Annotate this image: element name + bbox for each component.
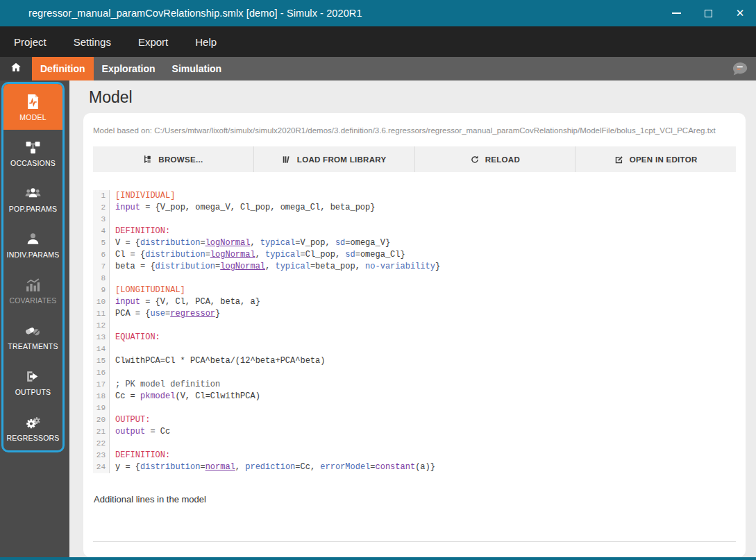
tab-bar-tabs: DefinitionExplorationSimulation [32, 57, 230, 80]
code-line: 21output = Cc [93, 426, 736, 438]
sidebar-item-model[interactable]: MODEL [3, 84, 62, 130]
code-line: 5V = {distribution=logNormal, typical=V_… [93, 237, 736, 249]
tab-exploration[interactable]: Exploration [94, 57, 164, 80]
code-line: 8 [93, 273, 736, 285]
code-line: 14 [93, 343, 736, 355]
additional-lines-label: Additional lines in the model [94, 494, 736, 504]
title-bar: regressor_manual_paramCovRelationship.sm… [0, 0, 756, 26]
line-number: 9 [93, 285, 110, 296]
individual-user-icon [24, 230, 42, 248]
code-line: 15ClwithPCA=Cl * PCA^beta/(12^beta+PCA^b… [93, 355, 736, 367]
maximize-button[interactable] [692, 0, 724, 26]
sidebar-item-label: OUTPUTS [15, 388, 51, 396]
code-line: 7beta = {distribution=logNormal, typical… [93, 261, 736, 273]
code-line: 13EQUATION: [93, 332, 736, 343]
occasions-nodes-icon [24, 138, 42, 156]
code-line: 19 [93, 402, 736, 414]
sidebar: MODELOCCASIONSPOP.PARAMSINDIV.PARAMSCOVA… [0, 80, 69, 557]
code-line-text: ClwithPCA=Cl * PCA^beta/(12^beta+PCA^bet… [110, 355, 325, 367]
sidebar-item-label: MODEL [19, 113, 46, 121]
line-number: 22 [93, 438, 110, 450]
code-line-text: V = {distribution=logNormal, typical=V_p… [110, 237, 390, 249]
code-line: 24y = {distribution=normal, prediction=C… [93, 461, 736, 473]
code-line-text: input = {V_pop, omega_V, Cl_pop, omega_C… [110, 202, 375, 214]
code-line: 23DEFINITION: [93, 450, 736, 461]
code-line: 1[INDIVIDUAL] [93, 190, 736, 202]
line-number: 13 [93, 332, 110, 343]
line-number: 15 [93, 355, 110, 367]
window-controls: ✕ [660, 0, 756, 26]
code-line-text [110, 367, 115, 379]
code-line-text: [LONGITUDINAL] [110, 285, 185, 296]
sidebar-item-regressors[interactable]: REGRESSORS [3, 405, 62, 450]
code-line: 10input = {V, Cl, PCA, beta, a} [93, 296, 736, 308]
load-from-library-button[interactable]: LOAD FROM LIBRARY [253, 146, 414, 172]
line-number: 3 [93, 214, 110, 226]
sidebar-item-label: OCCASIONS [10, 159, 56, 167]
card-divider [93, 541, 736, 542]
feedback-button[interactable] [730, 60, 749, 78]
line-number: 2 [93, 202, 110, 214]
line-number: 20 [93, 414, 110, 426]
code-line: 20OUTPUT: [93, 414, 736, 426]
open-in-editor-button[interactable]: OPEN IN EDITOR [575, 146, 736, 172]
line-number: 10 [93, 296, 110, 308]
minimize-button[interactable] [660, 0, 692, 26]
reload-button[interactable]: RELOAD [414, 146, 576, 172]
code-line-text: PCA = {use=regressor} [110, 308, 220, 320]
menu-item-project[interactable]: Project [14, 36, 47, 48]
chat-bubble-icon [730, 69, 749, 80]
simulx-logo-icon [6, 6, 22, 21]
tab-definition[interactable]: Definition [32, 57, 94, 80]
menu-item-settings[interactable]: Settings [74, 36, 111, 48]
code-line-text [110, 273, 115, 285]
outputs-export-icon [24, 367, 42, 385]
code-line-text: OUTPUT: [110, 414, 150, 426]
treatments-pills-icon [24, 321, 42, 339]
home-button[interactable] [0, 57, 32, 80]
line-number: 23 [93, 450, 110, 461]
code-line-text: EQUATION: [110, 332, 160, 343]
line-number: 14 [93, 343, 110, 355]
edit-icon [614, 155, 624, 164]
sidebar-item-label: TREATMENTS [8, 342, 58, 350]
code-line-text: y = {distribution=normal, prediction=Cc,… [110, 461, 435, 473]
close-button[interactable]: ✕ [724, 0, 756, 26]
maximize-icon [705, 10, 712, 17]
line-number: 11 [93, 308, 110, 320]
code-line: 4DEFINITION: [93, 226, 736, 237]
sidebar-item-indiv-params[interactable]: INDIV.PARAMS [3, 221, 62, 267]
regressors-gears-icon [24, 413, 42, 431]
code-line: 16 [93, 367, 736, 379]
line-number: 18 [93, 391, 110, 402]
sidebar-item-occasions[interactable]: OCCASIONS [3, 130, 62, 176]
sidebar-item-label: POP.PARAMS [9, 205, 57, 213]
sidebar-item-pop-params[interactable]: POP.PARAMS [3, 176, 62, 221]
sidebar-item-label: INDIV.PARAMS [7, 251, 60, 259]
model-toolbar: BROWSE...LOAD FROM LIBRARYRELOADOPEN IN … [93, 146, 736, 172]
tab-simulation[interactable]: Simulation [164, 57, 230, 80]
browse-button[interactable]: BROWSE... [93, 146, 253, 172]
sidebar-item-label: REGRESSORS [6, 434, 59, 442]
main-content: Model Model based on: C:/Users/mtwar/lix… [69, 80, 756, 557]
window-title: regressor_manual_paramCovRelationship.sm… [28, 8, 362, 19]
menu-item-help[interactable]: Help [195, 36, 217, 48]
line-number: 4 [93, 226, 110, 237]
reload-icon [470, 155, 480, 164]
menu-item-export[interactable]: Export [138, 36, 168, 48]
body-row: MODELOCCASIONSPOP.PARAMSINDIV.PARAMSCOVA… [0, 80, 756, 557]
model-path-text: Model based on: C:/Users/mtwar/lixoft/si… [93, 126, 736, 135]
code-line-text [110, 320, 115, 332]
code-line: 12 [93, 320, 736, 332]
close-icon: ✕ [736, 7, 745, 19]
toolbar-button-label: RELOAD [485, 155, 520, 164]
sidebar-item-treatments[interactable]: TREATMENTS [3, 313, 62, 359]
code-line: 18Cc = pkmodel(V, Cl=ClwithPCA) [93, 391, 736, 402]
code-line: 11PCA = {use=regressor} [93, 308, 736, 320]
covariates-chart-icon [24, 275, 42, 294]
code-line-text [110, 343, 115, 355]
sidebar-item-outputs[interactable]: OUTPUTS [3, 359, 62, 405]
model-card: Model based on: C:/Users/mtwar/lixoft/si… [83, 113, 746, 557]
code-line-text: ; PK model definition [110, 379, 220, 391]
app-window: regressor_manual_paramCovRelationship.sm… [0, 0, 756, 560]
